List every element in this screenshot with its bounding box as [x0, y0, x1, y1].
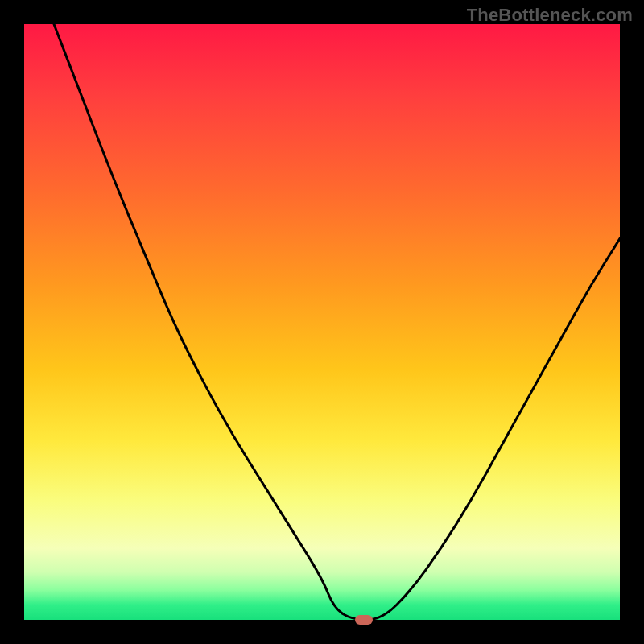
chart-frame: TheBottleneck.com	[0, 0, 644, 644]
bottleneck-curve	[24, 24, 620, 620]
optimal-marker	[355, 615, 373, 625]
curve-path	[54, 24, 620, 620]
attribution-label: TheBottleneck.com	[467, 5, 633, 26]
plot-area	[24, 24, 620, 620]
